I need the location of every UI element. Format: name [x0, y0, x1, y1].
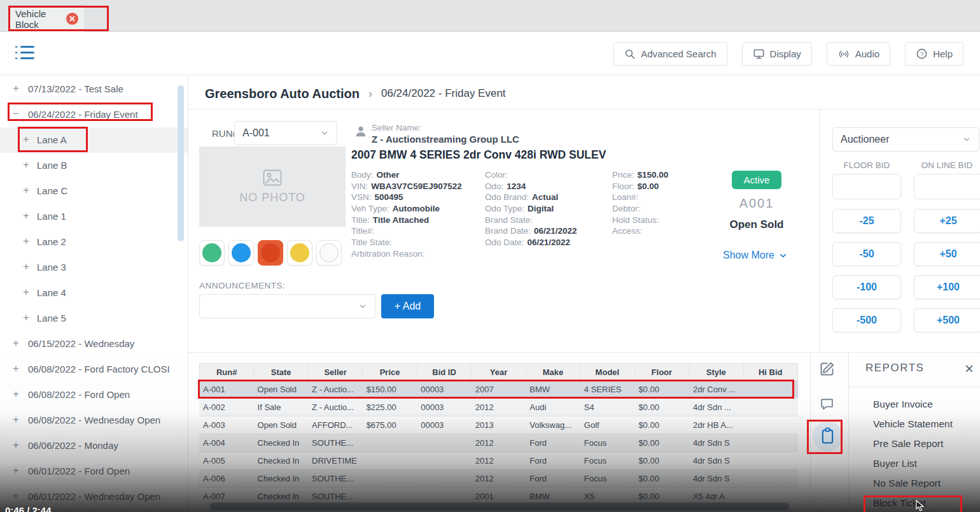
report-item-no-sale-report[interactable]: No Sale Report	[873, 478, 953, 497]
tree-expander-icon[interactable]: +	[23, 184, 29, 197]
tree-expander-icon[interactable]: +	[23, 311, 29, 324]
table-row[interactable]: A-002If SaleZ - Auctio...$225.0000003201…	[199, 399, 798, 416]
table-cell: SOUTHE...	[308, 434, 363, 452]
tree-expander-icon[interactable]: +	[23, 159, 29, 171]
sidebar-item[interactable]: +Lane 4	[0, 280, 188, 306]
table-cell: Volkswag...	[526, 416, 580, 434]
online-bid-button-+25[interactable]: +25	[914, 209, 980, 233]
svg-text:?: ?	[920, 50, 924, 57]
sidebar-item[interactable]: +Lane 2	[0, 229, 188, 255]
detail-line: Color:	[485, 170, 611, 181]
tree-expander-icon[interactable]: +	[13, 413, 19, 426]
yellow-color-chip[interactable]	[287, 240, 312, 266]
tree-expander-icon[interactable]: +	[13, 82, 19, 95]
sidebar-item[interactable]: +Lane A	[0, 127, 188, 153]
toolbar-button-help[interactable]: ?Help	[905, 42, 963, 66]
detail-line: Debtor:	[612, 204, 722, 215]
floor-bid-button--100[interactable]: -100	[832, 275, 901, 299]
detail-label: Access:	[612, 226, 642, 236]
sidebar-item[interactable]: −06/24/2022 - Friday Event	[0, 102, 188, 127]
reports-close-icon[interactable]: ×	[965, 360, 974, 378]
tree-expander-icon[interactable]: −	[13, 108, 19, 120]
add-announcement-button[interactable]: + Add	[381, 294, 434, 318]
sidebar-item[interactable]: +Lane 3	[0, 255, 188, 280]
sidebar-item[interactable]: +Lane 1	[0, 204, 188, 229]
sidebar-item-label: 06/01/2022 - Ford Open	[28, 466, 130, 476]
sidebar-item[interactable]: +06/06/2022 - Monday	[0, 433, 188, 459]
table-cell: A-002	[199, 399, 254, 416]
tree-expander-icon[interactable]: +	[23, 260, 29, 273]
table-row[interactable]: A-006Checked InSOUTHE...2012FordFocus$0.…	[199, 470, 798, 488]
tree-expander-icon[interactable]: +	[13, 362, 19, 375]
table-cell: Checked In	[254, 470, 309, 487]
table-row[interactable]: A-004Checked InSOUTHE...2012FordFocus$0.…	[199, 434, 798, 452]
online-bid-button-+500[interactable]: +500	[914, 308, 980, 332]
run-number-select[interactable]: A-001	[234, 121, 337, 145]
vehicle-title: 2007 BMW 4 SERIES 2dr Conv 428i RWD SULE…	[351, 148, 606, 162]
report-item-buyer-invoice[interactable]: Buyer Invoice	[873, 399, 953, 418]
floor-bid-button--50[interactable]: -50	[832, 242, 901, 266]
sidebar-scrollbar[interactable]	[178, 85, 184, 241]
detail-label: Loan#:	[612, 192, 638, 202]
report-item-vehicle-statement[interactable]: Vehicle Statement	[873, 418, 953, 438]
sidebar-item[interactable]: +06/08/2022 - Ford Open	[0, 382, 188, 408]
white-color-chip[interactable]	[316, 240, 342, 266]
online-bid-button-+50[interactable]: +50	[914, 242, 980, 266]
sidebar-item[interactable]: +Lane 5	[0, 306, 188, 331]
tree-expander-icon[interactable]: +	[23, 235, 29, 248]
tree-expander-icon[interactable]: +	[13, 439, 19, 452]
report-item-block-ticket[interactable]: Block Ticket	[873, 497, 953, 512]
tree-expander-icon[interactable]: +	[13, 464, 19, 477]
toolbar-button-display[interactable]: Display	[742, 42, 812, 66]
comment-icon[interactable]	[819, 396, 835, 415]
table-cell: $225.00	[363, 399, 417, 416]
table-cell: Z - Auctio...	[308, 399, 363, 416]
online-bid-button-+100[interactable]: +100	[914, 275, 980, 299]
toolbar-button-audio[interactable]: Audio	[827, 42, 890, 66]
menu-icon[interactable]	[15, 46, 34, 61]
floor-bid-button--25[interactable]: -25	[832, 209, 901, 233]
report-item-buyer-list[interactable]: Buyer List	[873, 458, 953, 478]
toolbar-button-search[interactable]: Advanced Search	[613, 42, 727, 66]
sidebar-item[interactable]: +Lane B	[0, 153, 188, 178]
clipboard-icon[interactable]	[820, 427, 835, 448]
show-more-link[interactable]: Show More	[723, 250, 793, 261]
sidebar-item[interactable]: +Lane C	[0, 178, 188, 204]
table-row[interactable]: A-005Checked InDRIVETIME2012FordFocus$0.…	[199, 452, 798, 470]
auctioneer-select[interactable]: Auctioneer	[832, 127, 979, 152]
tab-vehicle-block[interactable]: Vehicle Block ✕	[8, 5, 85, 32]
breadcrumb-auction-name[interactable]: Greensboro Auto Auction	[205, 87, 360, 101]
table-row[interactable]: A-003Open SoldAFFORD...$675.00000032013V…	[199, 416, 798, 434]
sidebar-item[interactable]: +07/13/2022 - Test Sale	[0, 76, 188, 102]
red-color-chip[interactable]	[258, 240, 283, 266]
detail-value: 06/21/2022	[534, 226, 577, 236]
tree-expander-icon[interactable]: +	[23, 210, 29, 222]
tree-expander-icon[interactable]: +	[23, 286, 29, 299]
floor-bid-button--500[interactable]: -500	[832, 308, 901, 332]
tab-close-icon[interactable]: ✕	[66, 13, 78, 25]
floor-bid-input[interactable]	[832, 174, 901, 199]
blue-color-chip[interactable]	[228, 240, 254, 266]
online-bid-input[interactable]	[914, 174, 980, 199]
table-cell: 4dr Sdn S	[689, 434, 744, 452]
status-run-number: A001	[719, 196, 794, 211]
sidebar-item[interactable]: +06/01/2022 - Ford Open	[0, 459, 188, 484]
tree-expander-icon[interactable]: +	[13, 490, 19, 502]
green-color-chip[interactable]	[199, 240, 225, 266]
sidebar-item[interactable]: +06/08/2022 - Ford Factory CLOSI	[0, 357, 188, 382]
sidebar-item[interactable]: +06/08/2022 - Wednesday Open	[0, 408, 188, 433]
tree-expander-icon[interactable]: +	[13, 337, 19, 350]
tree-expander-icon[interactable]: +	[23, 133, 29, 146]
color-dot	[202, 243, 221, 262]
table-cell: 2dr Conv ...	[689, 381, 744, 398]
sidebar-item[interactable]: +06/15/2022 - Wednesday	[0, 331, 188, 357]
table-horizontal-scrollbar[interactable]	[210, 502, 789, 510]
report-item-pre-sale-report[interactable]: Pre Sale Report	[873, 438, 953, 458]
table-cell	[363, 470, 417, 487]
sidebar-item-label: Lane 1	[37, 211, 66, 222]
edit-icon[interactable]	[818, 360, 836, 380]
tree-expander-icon[interactable]: +	[13, 388, 19, 401]
announcements-select[interactable]	[199, 294, 375, 318]
table-row[interactable]: A-001Open SoldZ - Auctio...$150.00000032…	[199, 381, 798, 399]
column-header: Run#	[200, 364, 254, 380]
